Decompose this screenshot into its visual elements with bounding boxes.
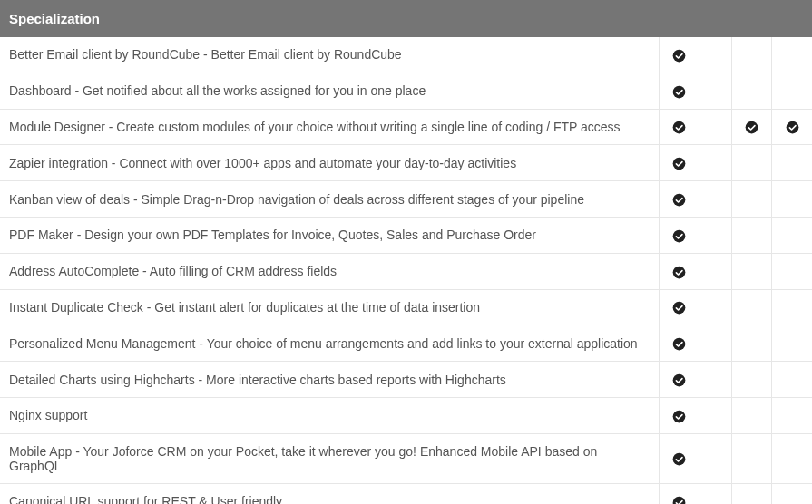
check-cell-3 <box>732 73 772 109</box>
check-cell-3 <box>732 37 772 73</box>
check-circle-icon <box>672 301 686 315</box>
check-circle-icon <box>672 496 686 504</box>
check-cell-1 <box>660 109 699 145</box>
svg-point-4 <box>786 121 798 134</box>
feature-label: Zapier integration - Connect with over 1… <box>0 145 660 181</box>
check-cell-1 <box>660 325 699 362</box>
check-cell-4 <box>772 433 812 483</box>
check-cell-3 <box>732 289 772 325</box>
check-cell-3 <box>732 433 772 483</box>
check-cell-3 <box>732 362 772 398</box>
specialization-table: Specialization Better Email client by Ro… <box>0 0 812 504</box>
svg-point-9 <box>673 302 686 315</box>
check-cell-4 <box>772 37 812 73</box>
table-row: Kanban view of deals - Simple Drag-n-Dro… <box>0 181 812 218</box>
check-cell-1 <box>660 433 699 483</box>
feature-label: Detailed Charts using Highcharts - More … <box>0 362 660 398</box>
feature-label: Nginx support <box>0 397 660 433</box>
check-circle-icon <box>672 157 686 170</box>
check-cell-3 <box>732 109 772 145</box>
check-cell-3 <box>732 325 772 362</box>
svg-point-2 <box>673 121 686 134</box>
check-cell-2 <box>699 181 732 218</box>
svg-point-11 <box>673 374 686 387</box>
check-cell-1 <box>660 397 699 433</box>
check-cell-3 <box>732 483 772 504</box>
check-cell-4 <box>772 73 812 109</box>
check-circle-icon <box>672 229 686 243</box>
check-cell-1 <box>660 253 699 289</box>
check-cell-3 <box>732 145 772 181</box>
check-cell-3 <box>732 397 772 433</box>
table-row: Zapier integration - Connect with over 1… <box>0 145 812 181</box>
check-cell-1 <box>660 181 699 218</box>
feature-label: Dashboard - Get notified about all the w… <box>0 73 660 109</box>
table-row: Instant Duplicate Check - Get instant al… <box>0 289 812 325</box>
check-circle-icon <box>745 121 758 134</box>
check-circle-icon <box>672 266 686 279</box>
svg-point-5 <box>673 158 686 170</box>
check-cell-4 <box>772 397 812 433</box>
check-cell-2 <box>699 109 732 145</box>
check-cell-4 <box>772 253 812 289</box>
svg-point-3 <box>746 121 758 134</box>
check-circle-icon <box>672 85 686 99</box>
check-cell-1 <box>660 217 699 253</box>
feature-label: PDF Maker - Design your own PDF Template… <box>0 217 660 253</box>
feature-label: Module Designer - Create custom modules … <box>0 109 660 145</box>
table-row: Address AutoComplete - Auto filling of C… <box>0 253 812 289</box>
check-cell-2 <box>699 397 732 433</box>
table-row: Module Designer - Create custom modules … <box>0 109 812 145</box>
table-header-title: Specialization <box>0 0 812 37</box>
table-row: Better Email client by RoundCube - Bette… <box>0 37 812 73</box>
table-row: Personalized Menu Management - Your choi… <box>0 325 812 362</box>
check-cell-2 <box>699 325 732 362</box>
check-cell-4 <box>772 217 812 253</box>
check-cell-1 <box>660 362 699 398</box>
check-cell-4 <box>772 325 812 362</box>
check-circle-icon <box>672 373 686 387</box>
svg-point-12 <box>673 410 686 422</box>
table-row: Mobile App - Your Joforce CRM on your Po… <box>0 433 812 483</box>
feature-label: Address AutoComplete - Auto filling of C… <box>0 253 660 289</box>
check-circle-icon <box>672 121 686 134</box>
check-cell-2 <box>699 362 732 398</box>
svg-point-0 <box>673 49 686 62</box>
check-cell-2 <box>699 289 732 325</box>
check-cell-3 <box>732 217 772 253</box>
check-cell-2 <box>699 433 732 483</box>
table-row: PDF Maker - Design your own PDF Template… <box>0 217 812 253</box>
svg-point-6 <box>673 194 686 207</box>
check-cell-1 <box>660 289 699 325</box>
svg-point-7 <box>673 229 686 242</box>
check-cell-2 <box>699 253 732 289</box>
feature-label: Mobile App - Your Joforce CRM on your Po… <box>0 433 660 483</box>
check-cell-4 <box>772 483 812 504</box>
table-header-row: Specialization <box>0 0 812 37</box>
feature-label: Instant Duplicate Check - Get instant al… <box>0 289 660 325</box>
check-cell-4 <box>772 109 812 145</box>
check-cell-3 <box>732 253 772 289</box>
check-cell-4 <box>772 362 812 398</box>
check-cell-2 <box>699 37 732 73</box>
svg-point-13 <box>673 453 686 466</box>
svg-point-8 <box>673 266 686 278</box>
check-cell-2 <box>699 217 732 253</box>
check-cell-4 <box>772 289 812 325</box>
check-cell-1 <box>660 37 699 73</box>
check-cell-3 <box>732 181 772 218</box>
check-cell-1 <box>660 483 699 504</box>
check-cell-2 <box>699 483 732 504</box>
feature-label: Better Email client by RoundCube - Bette… <box>0 37 660 73</box>
svg-point-10 <box>673 338 686 351</box>
table-row: Detailed Charts using Highcharts - More … <box>0 362 812 398</box>
check-cell-2 <box>699 145 732 181</box>
feature-label: Kanban view of deals - Simple Drag-n-Dro… <box>0 181 660 218</box>
check-cell-1 <box>660 145 699 181</box>
table-row: Nginx support <box>0 397 812 433</box>
check-cell-1 <box>660 73 699 109</box>
feature-label: Personalized Menu Management - Your choi… <box>0 325 660 362</box>
check-circle-icon <box>672 49 686 63</box>
feature-label: Canonical URL support for REST & User fr… <box>0 483 660 504</box>
check-cell-4 <box>772 145 812 181</box>
